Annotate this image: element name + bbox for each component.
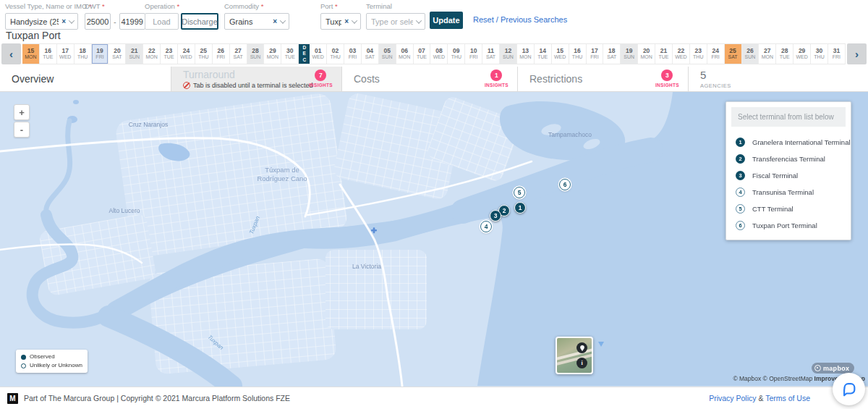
- date-cell[interactable]: 23 THU: [690, 44, 707, 64]
- date-cell[interactable]: 15 MON: [22, 44, 40, 64]
- date-cell[interactable]: 30 THU: [811, 44, 828, 64]
- tab-overview[interactable]: Overview: [0, 67, 171, 91]
- date-cell[interactable]: 13 MON: [517, 44, 535, 64]
- map-pin-icon[interactable]: [576, 342, 587, 353]
- date-cell[interactable]: 25 THU: [195, 44, 213, 64]
- terminal-list-item[interactable]: 6 Tuxpan Port Terminal: [731, 217, 846, 234]
- date-cell[interactable]: 16 THU: [569, 44, 587, 64]
- vessel-value: Handysize (25000 - ...: [10, 17, 59, 26]
- date-weekday: THU: [330, 54, 340, 60]
- date-cell[interactable]: 21 TUE: [655, 44, 673, 64]
- date-cell[interactable]: 02 THU: [327, 44, 344, 64]
- date-cell[interactable]: 07 TUE: [414, 44, 431, 64]
- date-cell[interactable]: 26 SUN: [742, 44, 760, 64]
- date-cell[interactable]: 28 TUE: [776, 44, 793, 64]
- terminal-list-item[interactable]: 3 Fiscal Terminal: [731, 167, 846, 184]
- tab-label: Overview: [12, 73, 54, 85]
- terminal-select[interactable]: Type or select: [366, 13, 425, 30]
- date-cell[interactable]: 29 MON: [264, 44, 281, 64]
- date-cell[interactable]: 24 WED: [178, 44, 195, 64]
- map-place-label: La Victoria: [352, 263, 381, 270]
- date-cell[interactable]: 12 SUN: [500, 44, 517, 64]
- terms-of-use-link[interactable]: Terms of Use: [765, 394, 810, 402]
- date-cell[interactable]: 18 SAT: [603, 44, 621, 64]
- date-cell[interactable]: 18 THU: [75, 44, 92, 64]
- date-cell[interactable]: 20 MON: [638, 44, 655, 64]
- terminal-list-item[interactable]: 4 Transunisa Terminal: [731, 184, 846, 201]
- map-style-thumbnail[interactable]: i: [556, 337, 593, 374]
- date-cell[interactable]: 28 SUN: [247, 44, 265, 64]
- date-cell[interactable]: 16 TUE: [40, 44, 57, 64]
- zoom-in-button[interactable]: +: [14, 104, 30, 120]
- calendar-next-arrow[interactable]: ›: [847, 43, 867, 64]
- terminal-map-marker[interactable]: 3: [490, 210, 501, 222]
- date-cell[interactable]: 22 MON: [143, 44, 161, 64]
- date-cell[interactable]: 22 WED: [673, 44, 690, 64]
- clear-icon[interactable]: ×: [273, 17, 277, 25]
- terminal-map-marker[interactable]: 5: [514, 187, 525, 198]
- calendar-prev-arrow[interactable]: ‹: [1, 43, 21, 64]
- date-cell[interactable]: 05 SUN: [379, 44, 396, 64]
- date-cell[interactable]: 25 SAT: [725, 44, 742, 64]
- terminal-list-item[interactable]: 1 Granelera International Terminal: [731, 134, 846, 151]
- dwt-min-input[interactable]: 25000: [85, 13, 111, 30]
- agencies-count: 5: [700, 69, 731, 81]
- date-cell[interactable]: 10 FRI: [465, 44, 482, 64]
- terminal-list-item[interactable]: 2 Transferencias Terminal: [731, 151, 846, 167]
- privacy-policy-link[interactable]: Privacy Policy: [709, 394, 756, 402]
- date-cell[interactable]: 20 SAT: [109, 44, 126, 64]
- date-cell[interactable]: 08 WED: [430, 44, 448, 64]
- date-cell[interactable]: 09 THU: [448, 44, 465, 64]
- date-number: 20: [114, 48, 120, 55]
- date-cell[interactable]: 01 WED: [310, 44, 327, 64]
- zoom-out-button[interactable]: -: [14, 122, 30, 138]
- date-cell[interactable]: 29 WED: [793, 44, 811, 64]
- date-cell[interactable]: 11 SAT: [482, 44, 500, 64]
- tab-restrictions[interactable]: Restrictions 3 INSIGHTS: [518, 67, 689, 91]
- commodity-select[interactable]: Grains ×: [224, 13, 289, 30]
- agencies-label: AGENCIES: [700, 83, 731, 89]
- attribution-text: © Mapbox © OpenStreetMap: [733, 375, 814, 382]
- date-cell[interactable]: 15 WED: [552, 44, 569, 64]
- date-cell[interactable]: 27 MON: [759, 44, 776, 64]
- date-cell[interactable]: 14 TUE: [535, 44, 552, 64]
- dwt-max-input[interactable]: 41999: [119, 13, 145, 30]
- load-button[interactable]: Load: [145, 13, 179, 30]
- date-cell[interactable]: 27 SAT: [230, 44, 247, 64]
- date-cell[interactable]: 23 TUE: [161, 44, 178, 64]
- date-weekday: MON: [762, 54, 773, 60]
- discharge-button[interactable]: Discharge: [181, 13, 218, 30]
- date-cell[interactable]: 21 SUN: [126, 44, 143, 64]
- date-cell[interactable]: 31 FRI: [828, 44, 846, 64]
- mapbox-logo[interactable]: mapbox: [812, 363, 854, 374]
- port-select[interactable]: Tuxpan ×: [320, 13, 361, 30]
- date-cell[interactable]: 04 SAT: [362, 44, 379, 64]
- date-cell[interactable]: 30 TUE: [281, 44, 299, 64]
- date-cell[interactable]: 19 FRI: [92, 44, 109, 64]
- terminal-map-marker[interactable]: 4: [480, 221, 492, 232]
- clear-icon[interactable]: ×: [344, 17, 349, 25]
- tab-costs[interactable]: Costs 1 INSIGHTS: [342, 67, 518, 91]
- date-cell[interactable]: 17 FRI: [587, 44, 604, 64]
- date-strip: ‹ 15 MON 16 TUE 17 WED 18 THU 19 FRI 20 …: [0, 43, 868, 64]
- clear-icon[interactable]: ×: [61, 17, 66, 25]
- info-icon[interactable]: i: [576, 358, 587, 368]
- date-cell[interactable]: 17 WED: [57, 44, 75, 64]
- date-cell[interactable]: 06 MON: [396, 44, 414, 64]
- map-zoom-controls: + -: [14, 104, 30, 138]
- terminal-map-marker[interactable]: 6: [559, 179, 571, 190]
- reset-previous-searches-link[interactable]: Reset / Previous Searches: [473, 15, 567, 24]
- update-button[interactable]: Update: [430, 12, 463, 29]
- page-title: Tuxpan Port: [6, 30, 61, 41]
- terminal-list-item[interactable]: 5 CTT Terminal: [731, 201, 846, 217]
- terminal-map-marker[interactable]: 1: [514, 202, 526, 214]
- date-cell[interactable]: 24 FRI: [707, 44, 725, 64]
- tab-agencies[interactable]: 5 AGENCIES: [689, 67, 868, 91]
- date-cell[interactable]: 19 SUN: [621, 44, 638, 64]
- chat-widget-button[interactable]: [833, 373, 865, 405]
- date-cell[interactable]: 03 FRI: [344, 44, 362, 64]
- date-cell[interactable]: 26 FRI: [213, 44, 230, 64]
- date-number: 15: [556, 48, 563, 55]
- port-map[interactable]: + - Cruz NaranjosTúxpam deRodríguez Cano…: [0, 92, 868, 387]
- vessel-select[interactable]: Handysize (25000 - ... ×: [5, 13, 78, 30]
